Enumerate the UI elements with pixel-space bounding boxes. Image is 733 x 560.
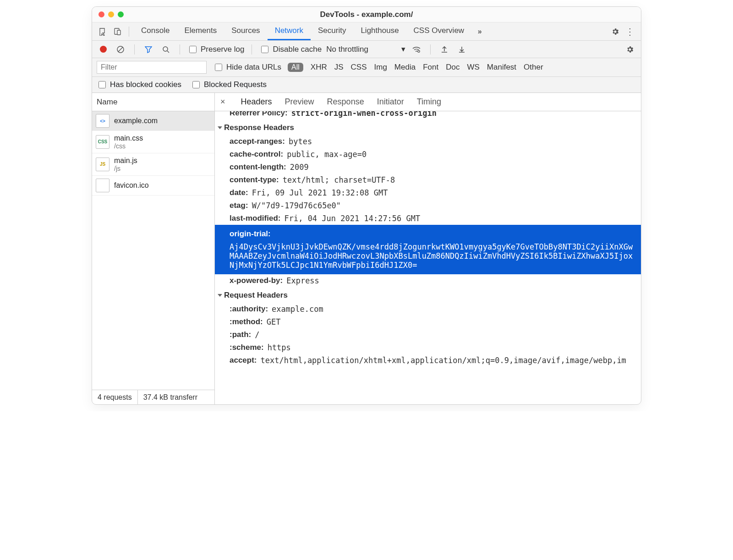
request-text: favicon.ico <box>114 181 149 190</box>
svg-point-6 <box>418 50 420 52</box>
blocked-requests-checkbox[interactable]: Blocked Requests <box>191 80 267 90</box>
header-row[interactable]: x-powered-by: Express <box>215 274 641 287</box>
separator <box>129 27 129 37</box>
request-text: example.com <box>114 116 158 125</box>
filter-type-css[interactable]: CSS <box>351 63 367 72</box>
main-tabbar: ConsoleElementsSourcesNetworkSecurityLig… <box>92 22 641 41</box>
filter-type-doc[interactable]: Doc <box>446 63 459 72</box>
header-row[interactable]: date: Fri, 09 Jul 2021 19:32:08 GMT <box>215 186 641 199</box>
header-value: public, max-age=0 <box>287 150 366 159</box>
tab-console[interactable]: Console <box>134 22 177 40</box>
network-filterbar: Hide data URLs AllXHRJSCSSImgMediaFontDo… <box>92 58 641 77</box>
file-type-icon <box>96 179 109 192</box>
request-name: main.css <box>114 134 143 142</box>
device-toggle-icon[interactable] <box>111 25 124 38</box>
upload-har-icon[interactable] <box>438 43 451 56</box>
header-value: text/html,application/xhtml+xml,applicat… <box>261 356 626 365</box>
header-row-referrer-policy: Referrer Policy: strict-origin-when-cros… <box>215 111 641 120</box>
request-row[interactable]: <>example.com <box>92 111 214 131</box>
request-text: main.js/js <box>114 156 137 173</box>
request-headers-section[interactable]: Request Headers <box>215 287 641 303</box>
download-har-icon[interactable] <box>455 43 468 56</box>
panel-settings-gear-icon[interactable] <box>624 43 636 56</box>
blocked-requests-label: Blocked Requests <box>204 80 267 89</box>
settings-gear-icon[interactable] <box>609 25 622 38</box>
header-row[interactable]: :scheme: https <box>215 341 641 354</box>
request-row[interactable]: CSSmain.css/css <box>92 131 214 153</box>
filter-type-other[interactable]: Other <box>524 63 543 72</box>
network-filterbar-2: Has blocked cookies Blocked Requests <box>92 77 641 93</box>
throttling-select[interactable]: No throttling ▾ <box>326 44 405 54</box>
detail-tab-timing[interactable]: Timing <box>417 97 441 107</box>
request-name: favicon.ico <box>114 181 149 190</box>
more-tabs-icon[interactable]: » <box>473 25 486 38</box>
filter-type-all[interactable]: All <box>288 63 303 72</box>
tab-network[interactable]: Network <box>268 22 311 40</box>
inspect-icon[interactable] <box>97 25 109 38</box>
tab-security[interactable]: Security <box>311 22 353 40</box>
header-key: content-type: <box>230 175 279 185</box>
header-row[interactable]: content-type: text/html; charset=UTF-8 <box>215 174 641 186</box>
has-blocked-cookies-checkbox[interactable]: Has blocked cookies <box>97 80 181 90</box>
record-button[interactable] <box>97 43 109 56</box>
request-list-pane: Name <>example.comCSSmain.css/cssJSmain.… <box>92 93 215 404</box>
header-row[interactable]: :authority: example.com <box>215 303 641 315</box>
section-title-label: Response Headers <box>224 123 294 132</box>
header-value: Express <box>286 276 319 285</box>
header-row[interactable]: accept: text/html,application/xhtml+xml,… <box>215 354 641 367</box>
detail-tab-headers[interactable]: Headers <box>241 97 272 107</box>
tab-elements[interactable]: Elements <box>177 22 224 40</box>
filter-type-ws[interactable]: WS <box>467 63 479 72</box>
svg-rect-1 <box>117 30 120 35</box>
request-row[interactable]: favicon.ico <box>92 176 214 196</box>
filter-type-img[interactable]: Img <box>374 63 387 72</box>
filter-type-font[interactable]: Font <box>423 63 438 72</box>
hide-data-urls-checkbox[interactable]: Hide data URLs <box>213 62 281 72</box>
detail-tab-response[interactable]: Response <box>327 97 364 107</box>
tab-lighthouse[interactable]: Lighthouse <box>353 22 406 40</box>
hide-data-urls-label: Hide data URLs <box>226 63 281 72</box>
kebab-menu-icon[interactable]: ⋮ <box>624 25 636 38</box>
header-row[interactable]: etag: W/"7d9-179d76c65e0" <box>215 199 641 212</box>
filter-type-media[interactable]: Media <box>394 63 416 72</box>
filter-type-xhr[interactable]: XHR <box>311 63 327 72</box>
header-row[interactable]: last-modified: Fri, 04 Jun 2021 14:27:56… <box>215 212 641 225</box>
header-value: bytes <box>289 137 312 146</box>
filter-type-js[interactable]: JS <box>334 63 344 72</box>
preserve-log-checkbox[interactable]: Preserve log <box>187 44 244 54</box>
header-row[interactable]: origin-trial: Aj4DysCv3VjknU3jJvkDEwnQZK… <box>215 225 641 274</box>
filter-type-manifest[interactable]: Manifest <box>487 63 516 72</box>
detail-tab-preview[interactable]: Preview <box>285 97 314 107</box>
header-value: text/html; charset=UTF-8 <box>283 175 395 185</box>
network-conditions-icon[interactable] <box>410 43 423 56</box>
filter-input[interactable] <box>97 61 207 74</box>
request-list-header[interactable]: Name <box>92 93 214 111</box>
response-headers-section[interactable]: Response Headers <box>215 120 641 135</box>
request-row[interactable]: JSmain.js/js <box>92 153 214 176</box>
header-row[interactable]: content-length: 2009 <box>215 161 641 174</box>
header-row[interactable]: accept-ranges: bytes <box>215 135 641 148</box>
request-text: main.css/css <box>114 134 143 150</box>
detail-tab-initiator[interactable]: Initiator <box>377 97 404 107</box>
close-detail-icon[interactable]: × <box>220 97 229 107</box>
tab-sources[interactable]: Sources <box>224 22 267 40</box>
search-icon[interactable] <box>159 43 172 56</box>
has-blocked-cookies-label: Has blocked cookies <box>110 80 181 89</box>
clear-icon[interactable] <box>114 43 127 56</box>
detail-body: Referrer Policy: strict-origin-when-cros… <box>215 111 641 404</box>
svg-line-5 <box>167 51 169 53</box>
separator <box>134 44 135 54</box>
header-key: origin-trial: <box>230 229 271 239</box>
filter-funnel-icon[interactable] <box>142 43 155 56</box>
header-row[interactable]: :method: GET <box>215 315 641 328</box>
status-transfer: 37.4 kB transferr <box>138 390 203 404</box>
disable-cache-checkbox[interactable]: Disable cache <box>259 44 322 54</box>
header-row[interactable]: cache-control: public, max-age=0 <box>215 148 641 161</box>
panel-tabs: ConsoleElementsSourcesNetworkSecurityLig… <box>134 22 471 40</box>
header-key: etag: <box>230 201 248 210</box>
caret-down-icon <box>218 294 222 297</box>
header-row[interactable]: :path: / <box>215 328 641 341</box>
header-key: :scheme: <box>230 343 264 352</box>
tab-css-overview[interactable]: CSS Overview <box>406 22 472 40</box>
header-value: Aj4DysCv3VjknU3jJvkDEwnQZK/vmse4rdd8jZog… <box>230 242 636 270</box>
